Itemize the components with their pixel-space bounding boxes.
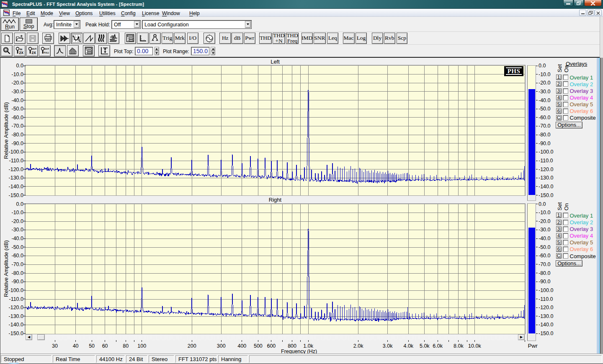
svg-text:2X: 2X	[32, 50, 36, 54]
svg-text:Set: Set	[557, 64, 563, 72]
svg-text:OUT: OUT	[44, 48, 49, 50]
svg-text:2X: 2X	[19, 50, 24, 54]
svg-text:Set: Set	[557, 202, 563, 210]
svg-text:On: On	[563, 65, 570, 72]
svg-text:On: On	[563, 203, 570, 210]
svg-text:OUT: OUT	[32, 48, 36, 50]
svg-text:FULL: FULL	[44, 51, 49, 54]
